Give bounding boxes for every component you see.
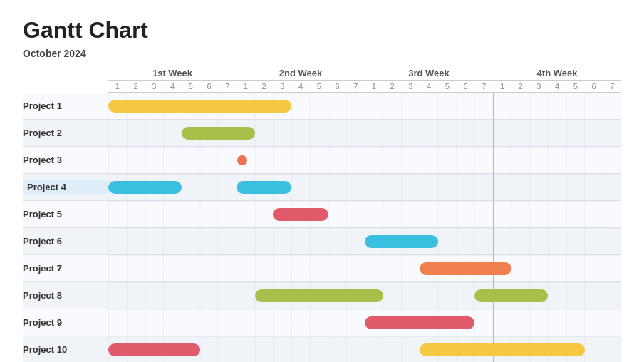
bar-track: [108, 147, 621, 174]
gantt-bar: [108, 181, 182, 194]
day-number: 4: [548, 81, 566, 92]
week-separator: [493, 120, 494, 147]
bar-track: [108, 228, 621, 255]
project-rows: Project 1Project 2Project 3Project 4Proj…: [23, 93, 621, 362]
week-label-3: 3rd Week: [365, 68, 493, 81]
gantt-bar: [365, 235, 438, 248]
day-number: 7: [603, 81, 621, 92]
week-separator: [493, 228, 494, 255]
day-number: 6: [200, 81, 219, 92]
day-numbers-row: 1234567123456712345671234567: [108, 81, 621, 93]
gantt-bar: [108, 100, 291, 113]
day-number: 3: [273, 81, 291, 92]
bar-track: [108, 93, 621, 120]
day-number: 1: [237, 81, 255, 92]
day-number: 6: [457, 81, 475, 92]
day-number: 4: [163, 81, 182, 92]
project-label: Project 4: [23, 180, 108, 194]
gantt-bar: [255, 289, 383, 302]
table-row: Project 8: [23, 282, 621, 309]
table-row: Project 2: [23, 120, 621, 147]
day-number: 1: [493, 81, 511, 92]
day-number: 2: [511, 81, 530, 92]
project-label: Project 1: [23, 100, 108, 111]
day-number: 1: [365, 81, 383, 92]
day-number: 5: [310, 81, 328, 92]
day-number: 7: [474, 81, 493, 92]
week-separator: [237, 228, 237, 255]
day-number: 7: [218, 81, 237, 92]
week-separator: [493, 309, 494, 336]
week-separator: [237, 201, 237, 228]
bar-track: [108, 282, 621, 309]
project-label: Project 9: [23, 317, 108, 328]
table-row: Project 4: [23, 174, 621, 201]
week-separator: [365, 120, 365, 147]
week-separator: [365, 201, 365, 228]
bar-track: [108, 120, 621, 147]
week-separator: [493, 174, 494, 201]
gantt-bar: [420, 343, 584, 356]
bar-track: [108, 201, 621, 228]
week-separator: [365, 174, 365, 201]
project-label: Project 7: [23, 263, 108, 274]
day-number: 5: [566, 81, 585, 92]
day-number: 3: [402, 81, 420, 92]
project-label: Project 6: [23, 236, 108, 247]
week-separator: [237, 336, 237, 363]
day-number: 3: [145, 81, 163, 92]
gantt-bar: [108, 343, 200, 356]
gantt-bar: [474, 289, 548, 302]
gantt-bar: [182, 127, 255, 140]
week-separator: [237, 282, 237, 309]
week-label-4: 4th Week: [493, 68, 621, 81]
week-separator: [365, 93, 365, 120]
day-number: 2: [383, 81, 402, 92]
project-label: Project 10: [23, 344, 108, 355]
gantt-chart: 1st Week2nd Week3rd Week4th Week 1234567…: [23, 68, 621, 362]
week-separator: [493, 147, 494, 174]
day-number: 2: [255, 81, 274, 92]
week-separator: [365, 336, 365, 363]
day-number: 1: [108, 81, 127, 92]
project-label: Project 5: [23, 209, 108, 219]
table-row: Project 10: [23, 336, 621, 362]
project-label: Project 3: [23, 155, 108, 165]
project-label: Project 2: [23, 128, 108, 138]
table-row: Project 1: [23, 93, 621, 120]
week-headers: 1st Week2nd Week3rd Week4th Week: [108, 68, 621, 81]
project-label: Project 8: [23, 290, 108, 301]
day-number: 3: [530, 81, 549, 92]
day-number: 5: [438, 81, 457, 92]
bar-track: [108, 309, 621, 336]
chart-subtitle: October 2024: [23, 48, 621, 59]
week-separator: [493, 201, 494, 228]
day-number: 6: [328, 81, 347, 92]
day-number: 4: [420, 81, 438, 92]
table-row: Project 5: [23, 201, 621, 228]
week-separator: [365, 147, 365, 174]
week-separator: [237, 255, 237, 282]
day-number: 2: [127, 81, 145, 92]
gantt-bar: [420, 262, 511, 275]
gantt-bar: [365, 316, 474, 329]
bar-track: [108, 255, 621, 282]
bar-track: [108, 174, 621, 201]
milestone-dot: [237, 155, 247, 165]
gantt-bar: [237, 181, 291, 194]
page-title: Gantt Chart: [23, 17, 621, 43]
table-row: Project 7: [23, 255, 621, 282]
week-separator: [237, 309, 237, 336]
bar-track: [108, 336, 621, 363]
day-number: 7: [346, 81, 365, 92]
week-separator: [365, 255, 365, 282]
week-separator: [493, 93, 494, 120]
day-number: 4: [291, 81, 310, 92]
gantt-bar: [273, 208, 328, 221]
day-number: 5: [182, 81, 200, 92]
table-row: Project 9: [23, 309, 621, 336]
day-number: 6: [585, 81, 603, 92]
table-row: Project 6: [23, 228, 621, 255]
week-label-2: 2nd Week: [237, 68, 365, 81]
table-row: Project 3: [23, 147, 621, 174]
